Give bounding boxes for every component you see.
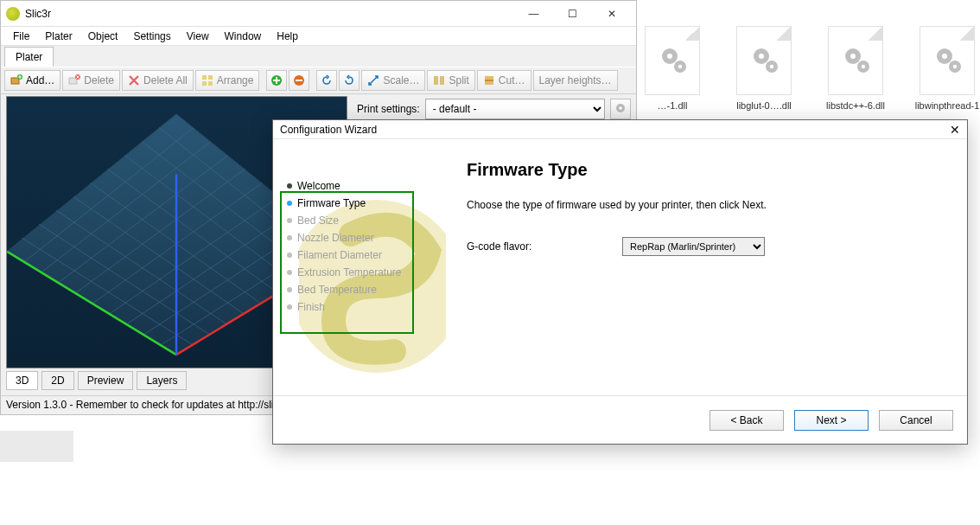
step-filament-diameter[interactable]: Filament Diameter	[287, 246, 437, 264]
svg-point-10	[850, 54, 856, 59]
cut-button[interactable]: Cut…	[477, 70, 531, 91]
file-thumb	[736, 26, 792, 95]
dialog-titlebar[interactable]: Configuration Wizard ✕	[273, 120, 967, 139]
configuration-wizard-dialog: Configuration Wizard ✕ Welcome Firmware …	[272, 119, 968, 445]
print-settings-edit-button[interactable]	[610, 99, 631, 119]
arrange-button[interactable]: Arrange	[195, 70, 260, 91]
app-icon	[6, 7, 20, 21]
step-extrusion-temp[interactable]: Extrusion Temperature	[287, 264, 437, 281]
svg-point-31	[619, 106, 622, 110]
gcode-flavor-select[interactable]: RepRap (Marlin/Sprinter)	[622, 237, 765, 256]
plus-icon	[270, 74, 283, 86]
titlebar[interactable]: Slic3r — ☐ ✕	[1, 1, 636, 27]
svg-point-14	[942, 54, 947, 59]
step-firmware-type[interactable]: Firmware Type	[287, 195, 437, 212]
menu-view[interactable]: View	[180, 29, 216, 44]
back-button[interactable]: < Back	[710, 410, 784, 431]
remove-copy-button[interactable]	[289, 70, 309, 91]
menu-settings[interactable]: Settings	[126, 29, 177, 44]
step-bed-size[interactable]: Bed Size	[287, 212, 437, 229]
svg-rect-16	[11, 78, 19, 84]
wizard-description: Choose the type of firmware used by your…	[467, 199, 941, 211]
gcode-flavor-label: G-code flavor:	[467, 240, 596, 253]
rotate-ccw-button[interactable]	[316, 70, 337, 91]
window-title: Slic3r	[25, 8, 514, 20]
close-button[interactable]: ✕	[592, 1, 631, 27]
gear-icon	[749, 44, 784, 80]
svg-rect-18	[69, 78, 77, 84]
menu-help[interactable]: Help	[270, 29, 305, 44]
wizard-content: Firmware Type Choose the type of firmwar…	[446, 139, 967, 395]
scale-icon	[367, 74, 379, 86]
view-tab-preview[interactable]: Preview	[78, 371, 134, 390]
layer-heights-button[interactable]: Layer heights…	[533, 70, 618, 91]
truncated-panel	[0, 431, 73, 462]
menu-file[interactable]: File	[6, 29, 36, 44]
svg-point-11	[862, 65, 865, 68]
svg-rect-26	[434, 76, 438, 85]
explorer-file-row: …-1.dll libglut-0….dll libstdc++-6.dll l…	[640, 26, 980, 111]
file-name: …-1.dll	[640, 100, 705, 111]
step-welcome[interactable]: Welcome	[287, 177, 437, 195]
gear-icon	[658, 44, 692, 80]
add-button[interactable]: Add…	[4, 70, 60, 91]
split-icon	[433, 74, 445, 86]
file-item[interactable]: libglut-0….dll	[731, 26, 797, 111]
svg-point-6	[759, 54, 764, 59]
file-name: libwinpthread-1	[914, 100, 980, 111]
gear-icon	[614, 102, 627, 117]
file-thumb	[920, 26, 975, 95]
delete-all-button[interactable]: Delete All	[122, 70, 194, 91]
view-tab-3d[interactable]: 3D	[6, 371, 38, 390]
svg-rect-22	[202, 81, 207, 86]
dialog-title: Configuration Wizard	[280, 124, 926, 136]
svg-point-15	[953, 65, 957, 68]
cancel-button[interactable]: Cancel	[879, 410, 953, 431]
file-item[interactable]: libwinpthread-1	[914, 26, 980, 111]
file-name: libglut-0….dll	[731, 100, 797, 111]
rotate-cw-button[interactable]	[339, 70, 360, 91]
svg-point-2	[667, 54, 672, 59]
file-name: libstdc++-6.dll	[823, 100, 888, 111]
svg-rect-20	[202, 75, 207, 80]
print-settings-select[interactable]: - default -	[425, 99, 605, 119]
minimize-button[interactable]: —	[514, 1, 553, 27]
next-button[interactable]: Next >	[794, 410, 869, 431]
wizard-button-row: < Back Next > Cancel	[273, 395, 967, 444]
step-nozzle-diameter[interactable]: Nozzle Diameter	[287, 229, 437, 246]
plater-toolbar: Add… Delete Delete All Arrange Scale… Sp…	[1, 67, 636, 94]
add-copy-button[interactable]	[266, 70, 287, 91]
wizard-steps-nav: Welcome Firmware Type Bed Size Nozzle Di…	[273, 139, 446, 395]
svg-rect-23	[208, 81, 213, 86]
split-button[interactable]: Split	[427, 70, 474, 91]
file-item[interactable]: …-1.dll	[640, 26, 705, 111]
cut-icon	[483, 74, 495, 86]
svg-point-7	[770, 65, 773, 68]
svg-rect-21	[208, 75, 213, 80]
view-tab-layers[interactable]: Layers	[137, 371, 187, 390]
file-thumb	[645, 26, 700, 95]
minus-icon	[293, 74, 305, 86]
menu-bar: File Plater Object Settings View Window …	[1, 27, 636, 46]
step-finish[interactable]: Finish	[287, 298, 437, 316]
view-tab-2d[interactable]: 2D	[41, 371, 73, 390]
rotate-cw-icon	[343, 74, 355, 86]
delete-button[interactable]: Delete	[62, 70, 120, 91]
step-bed-temp[interactable]: Bed Temperature	[287, 281, 437, 298]
scale-button[interactable]: Scale…	[361, 70, 425, 91]
menu-plater[interactable]: Plater	[38, 29, 79, 44]
menu-window[interactable]: Window	[218, 29, 269, 44]
maximize-button[interactable]: ☐	[553, 1, 592, 27]
gear-icon	[841, 44, 875, 80]
file-item[interactable]: libstdc++-6.dll	[823, 26, 888, 111]
tab-plater[interactable]: Plater	[4, 47, 54, 67]
dialog-close-button[interactable]: ✕	[926, 123, 960, 137]
menu-object[interactable]: Object	[81, 29, 125, 44]
brick-add-icon	[10, 74, 22, 86]
file-thumb	[828, 26, 883, 95]
gear-icon	[932, 44, 967, 80]
cross-icon	[128, 74, 140, 86]
svg-point-3	[678, 65, 682, 68]
view-mode-tabs: 3D 2D Preview Layers	[6, 371, 187, 390]
svg-rect-27	[440, 76, 444, 85]
